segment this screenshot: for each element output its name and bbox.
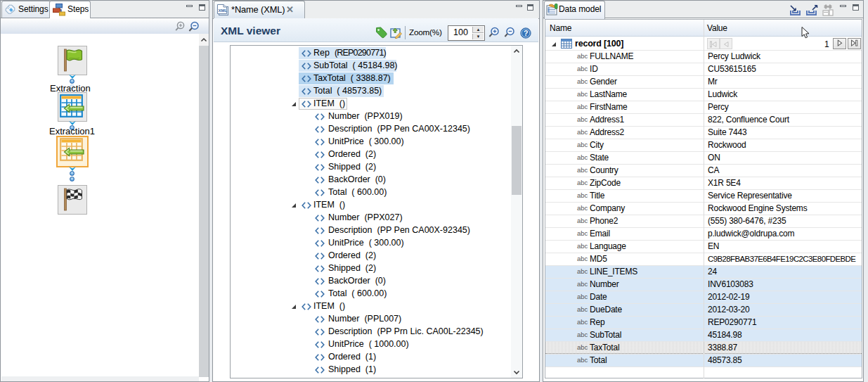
svg-text:?: ? (524, 29, 528, 37)
svg-text:XML: XML (219, 8, 228, 13)
